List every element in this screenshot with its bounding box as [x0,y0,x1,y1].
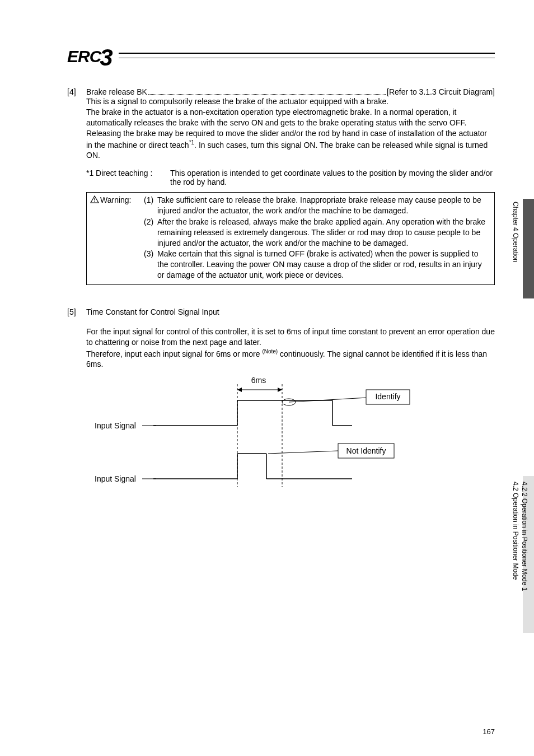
tab-section-422: 4.2.2 Operation in Positioner Mode 1 [521,482,528,591]
warning-item-1-num: (1) [144,195,157,216]
section-5: [5] Time Constant for Control Signal Inp… [67,307,495,493]
header-rule [119,53,495,58]
svg-point-2 [94,201,95,202]
tab-section-42: 4.2 Operation in Positioner Mode [512,482,519,580]
diagram-not-identify-label: Not Identify [346,446,386,455]
section-4-num: [4] [67,87,86,96]
section-4-title-right: [Refer to 3.1.3 Circuit Diagram] [387,87,495,96]
warning-item-1-text: Take sufficient care to release the brak… [157,195,490,216]
warning-item-3-text: Make certain that this signal is turned … [157,249,490,281]
section-5-body-line2a: Therefore, input each input signal for 6… [86,349,262,358]
svg-marker-5 [278,388,282,392]
section-4-sup: *1 [189,139,194,146]
warning-item-1: (1) Take sufficient care to release the … [144,195,490,216]
diagram-input-signal-2: Input Signal [95,474,136,483]
section-4-footnote: *1 Direct teaching : This operation is i… [86,169,495,186]
section-5-body-line1: For the input signal for control of this… [86,326,495,348]
warning-item-2-num: (2) [144,217,157,249]
warning-icon [90,195,99,203]
timing-diagram: 6ms [86,375,495,493]
warning-item-2-text: After the brake is released, always make… [157,217,490,249]
warning-item-3: (3) Make certain that this signal is tur… [144,249,490,281]
section-4-body: This is a signal to compulsorily release… [86,96,495,161]
section-5-num: [5] [67,307,86,316]
page-number: 167 [483,727,495,736]
warning-box: Warning: (1) Take sufficient care to rel… [86,192,495,285]
logo-text: ERC [67,48,101,65]
diagram-input-signal-1: Input Signal [95,421,136,430]
tab-dark-marker [523,199,534,298]
svg-marker-4 [237,388,242,392]
warning-items: (1) Take sufficient care to release the … [144,195,490,281]
section-4-title-left: Brake release BK [86,87,147,96]
logo: ERC 3 [67,45,113,65]
page-header: ERC 3 [67,45,495,65]
warning-item-3-num: (3) [144,249,157,281]
side-tabs: Chapter 4 Operation 4.2 Operation in Pos… [506,0,534,756]
tab-chapter: Chapter 4 Operation [512,202,519,263]
section-4: [4] Brake release BK [Refer to 3.1.3 Cir… [67,87,495,285]
footnote-body: This operation is intended to get coordi… [170,169,495,186]
section-5-body: For the input signal for control of this… [86,326,495,370]
warning-label-text: Warning: [100,195,132,206]
section-5-title: Time Constant for Control Signal Input [86,307,219,316]
section-4-dotted-leader [148,94,386,95]
logo-digit: 3 [100,48,113,67]
svg-line-23 [268,451,338,454]
warning-label: Warning: [90,195,144,281]
warning-item-2: (2) After the brake is released, always … [144,217,490,249]
footnote-label: *1 Direct teaching : [86,169,170,186]
diagram-6ms-label: 6ms [251,376,266,385]
diagram-identify-label: Identify [375,392,400,401]
svg-line-13 [289,398,367,402]
section-5-body-sup: (Note) [262,348,278,354]
